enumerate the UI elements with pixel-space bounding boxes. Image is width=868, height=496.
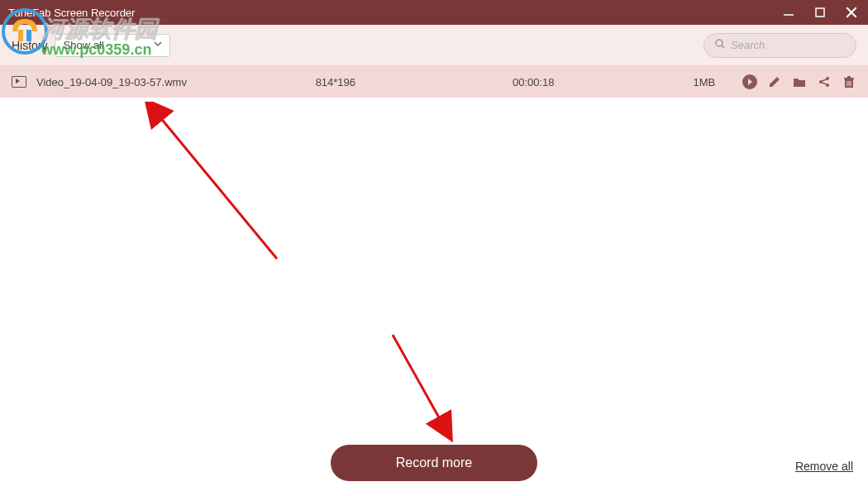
app-title: TuneFab Screen Recorder	[8, 7, 780, 19]
annotation-arrow-1	[145, 102, 293, 267]
filename-cell: Video_19-04-09_19-03-57.wmv	[36, 76, 316, 88]
toolbar: History Show all	[0, 25, 868, 66]
filesize-cell: 1MB	[693, 76, 742, 88]
svg-rect-1	[816, 8, 824, 17]
search-icon	[714, 38, 726, 53]
delete-button[interactable]	[842, 74, 856, 89]
minimize-button[interactable]	[780, 4, 797, 21]
video-file-icon	[12, 76, 26, 88]
search-input[interactable]	[731, 39, 846, 51]
annotation-arrow-2	[384, 327, 484, 451]
duration-cell: 00:00:18	[513, 76, 693, 88]
row-actions	[742, 74, 856, 89]
svg-rect-13	[847, 76, 851, 78]
search-box[interactable]	[703, 33, 856, 58]
edit-button[interactable]	[767, 74, 782, 89]
svg-line-9	[823, 79, 827, 81]
remove-all-link[interactable]: Remove all	[795, 460, 853, 473]
svg-rect-12	[844, 78, 854, 79]
svg-line-10	[823, 83, 827, 84]
table-row[interactable]: Video_19-04-09_19-03-57.wmv 814*196 00:0…	[0, 66, 868, 98]
svg-line-17	[160, 117, 277, 259]
folder-button[interactable]	[792, 74, 807, 89]
svg-line-18	[393, 335, 451, 438]
chevron-down-icon	[153, 39, 163, 51]
titlebar: TuneFab Screen Recorder	[0, 0, 868, 25]
play-button[interactable]	[742, 74, 757, 89]
share-button[interactable]	[817, 74, 832, 89]
close-button[interactable]	[843, 4, 860, 21]
play-icon	[742, 74, 757, 89]
svg-point-4	[716, 40, 723, 46]
window-controls	[780, 4, 860, 21]
maximize-button[interactable]	[812, 4, 828, 21]
dimensions-cell: 814*196	[316, 76, 513, 88]
filter-dropdown[interactable]: Show all	[55, 34, 170, 57]
history-label: History	[12, 39, 48, 52]
svg-line-5	[722, 45, 724, 48]
record-more-button[interactable]: Record more	[331, 445, 537, 481]
dropdown-selected: Show all	[64, 39, 104, 51]
recording-list: Video_19-04-09_19-03-57.wmv 814*196 00:0…	[0, 66, 868, 98]
